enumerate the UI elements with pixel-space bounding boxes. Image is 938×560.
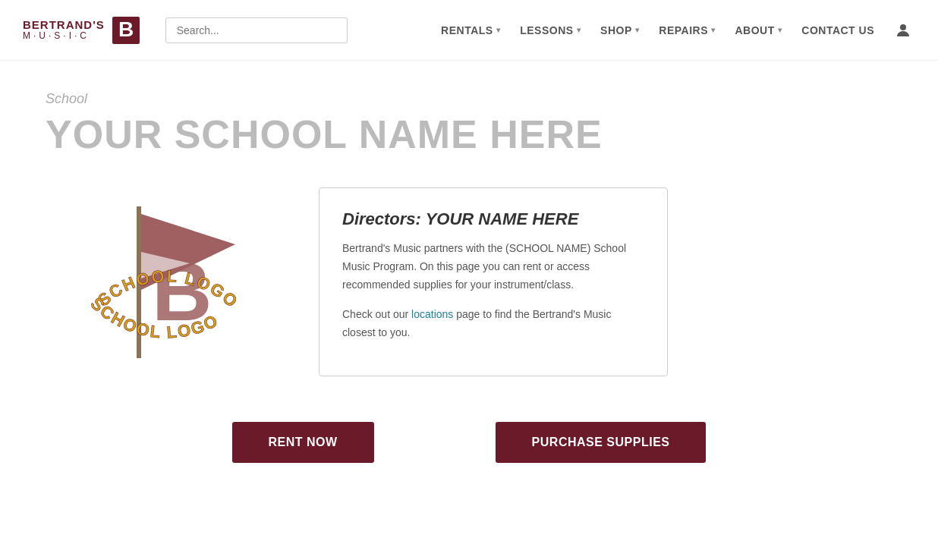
search-input[interactable] xyxy=(165,17,348,43)
logo-sub: M·U·S·I·C xyxy=(23,31,105,41)
chevron-down-icon: ▾ xyxy=(711,26,716,34)
chevron-down-icon: ▾ xyxy=(577,26,581,34)
action-buttons: Rent Now Purchase Supplies xyxy=(46,422,892,463)
info-card: Directors: YOUR NAME HERE Bertrand's Mus… xyxy=(319,187,668,376)
school-logo-svg: B SCHOOL LOGO SCHOOL LOGO xyxy=(53,191,281,366)
chevron-down-icon: ▾ xyxy=(778,26,782,34)
main-content: School YOUR SCHOOL NAME HERE B SCHOOL LO… xyxy=(0,61,938,508)
purchase-supplies-button[interactable]: Purchase Supplies xyxy=(496,422,707,463)
nav-about[interactable]: ABOUT ▾ xyxy=(727,20,789,41)
nav-shop[interactable]: SHOP ▾ xyxy=(593,20,647,41)
logo-brand: BERTRAND'S xyxy=(23,19,105,32)
school-logo-area: B SCHOOL LOGO SCHOOL LOGO xyxy=(46,187,288,370)
page-title: YOUR SCHOOL NAME HERE xyxy=(46,112,892,157)
nav-contact[interactable]: CONTACT US xyxy=(794,20,882,41)
locations-link[interactable]: locations xyxy=(411,308,453,320)
nav-lessons[interactable]: LESSONS ▾ xyxy=(512,20,588,41)
user-account-icon[interactable] xyxy=(891,18,915,42)
breadcrumb: School xyxy=(46,91,892,107)
rent-now-button[interactable]: Rent Now xyxy=(232,422,374,463)
chevron-down-icon: ▾ xyxy=(635,26,640,34)
chevron-down-icon: ▾ xyxy=(496,26,501,34)
info-paragraph-1: Bertrand's Music partners with the (SCHO… xyxy=(342,240,644,294)
info-paragraph-2: Check out our locations page to find the… xyxy=(342,306,644,342)
content-row: B SCHOOL LOGO SCHOOL LOGO Directors: YOU… xyxy=(46,187,892,376)
header: BERTRAND'S M·U·S·I·C B RENTALS ▾ LESSONS… xyxy=(0,0,938,61)
director-title: Directors: YOUR NAME HERE xyxy=(342,209,644,229)
svg-point-2 xyxy=(900,24,906,30)
search-box[interactable] xyxy=(165,17,348,43)
logo[interactable]: BERTRAND'S M·U·S·I·C B xyxy=(23,14,143,47)
main-nav: RENTALS ▾ LESSONS ▾ SHOP ▾ REPAIRS ▾ ABO… xyxy=(433,18,915,42)
svg-text:B: B xyxy=(118,17,134,41)
nav-repairs[interactable]: REPAIRS ▾ xyxy=(651,20,722,41)
nav-rentals[interactable]: RENTALS ▾ xyxy=(433,20,508,41)
logo-icon: B xyxy=(109,14,143,47)
logo-text: BERTRAND'S M·U·S·I·C xyxy=(23,19,105,42)
